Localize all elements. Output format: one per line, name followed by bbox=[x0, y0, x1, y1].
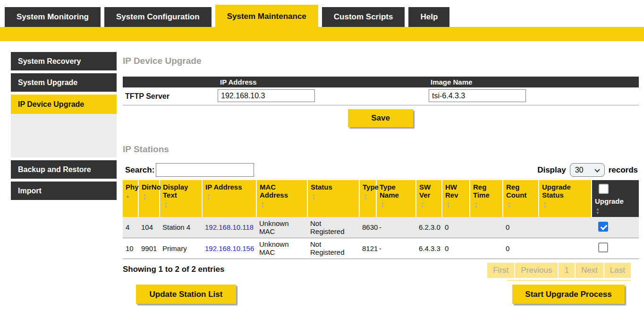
display-records-control: Display 30 records bbox=[537, 163, 638, 177]
cell-hw-rev: 0 bbox=[442, 238, 470, 259]
sort-icon: ▲▼ bbox=[163, 201, 169, 209]
column-header-reg-count[interactable]: Reg Count ▲▼ bbox=[503, 180, 539, 217]
cell-status: Not Registered bbox=[307, 238, 359, 259]
pagination-next-button[interactable]: Next bbox=[576, 263, 603, 278]
table-row: 10 9901 Primary 192.168.10.156 Unknown M… bbox=[123, 238, 639, 259]
station-ip-link[interactable]: 192.168.10.118 bbox=[205, 223, 254, 231]
column-header-status[interactable]: Status ▲▼ bbox=[307, 180, 359, 217]
cell-type: 8630 bbox=[359, 217, 376, 238]
sidebar: System Recovery System Upgrade IP Device… bbox=[11, 52, 117, 203]
column-header-upgrade[interactable]: Upgrade ▲▼ bbox=[592, 180, 639, 217]
cell-mac-address: Unknown MAC bbox=[256, 238, 307, 259]
pagination-previous-button[interactable]: Previous bbox=[515, 263, 558, 278]
sort-icon: ▲▼ bbox=[595, 208, 601, 215]
column-label: MAC Address bbox=[260, 183, 288, 199]
pagination-underline bbox=[507, 280, 631, 281]
records-label: records bbox=[609, 165, 638, 175]
column-label: IP Address bbox=[205, 183, 242, 191]
sort-icon: ▲▼ bbox=[506, 201, 512, 209]
main-content: IP Device Upgrade IP Address Image Name … bbox=[123, 0, 639, 312]
column-label: Upgrade Status bbox=[542, 183, 571, 199]
sidebar-item-backup-and-restore[interactable]: Backup and Restore bbox=[11, 160, 117, 179]
update-station-list-button[interactable]: Update Station List bbox=[136, 285, 236, 304]
sort-icon: ▲▼ bbox=[205, 193, 211, 201]
upgrade-checkbox[interactable] bbox=[598, 222, 608, 232]
column-label: Reg Count bbox=[506, 183, 526, 199]
column-header-reg-time[interactable]: Reg Time ▲▼ bbox=[470, 180, 503, 217]
cell-reg-time bbox=[470, 238, 503, 259]
column-header-phy[interactable]: Phy ▲ bbox=[123, 180, 138, 217]
sidebar-item-system-upgrade[interactable]: System Upgrade bbox=[11, 73, 117, 92]
pagination-last-button[interactable]: Last bbox=[604, 263, 631, 278]
tftp-ip-address-input[interactable] bbox=[218, 89, 315, 102]
cell-sw-ver: 6.4.3.3 bbox=[416, 238, 442, 259]
sort-asc-icon: ▲ bbox=[126, 194, 136, 199]
search-input[interactable] bbox=[156, 163, 254, 177]
cell-mac-address: Unknown MAC bbox=[256, 217, 307, 238]
column-header-hw-rev[interactable]: HW Rev ▲▼ bbox=[442, 180, 470, 217]
column-label: Reg Time bbox=[473, 183, 490, 199]
sidebar-item-ip-device-upgrade[interactable]: IP Device Upgrade bbox=[11, 95, 117, 114]
cell-type-name: - bbox=[376, 217, 416, 238]
column-header-sw-ver[interactable]: SW Ver ▲▼ bbox=[416, 180, 442, 217]
column-header-type[interactable]: Type ▲▼ bbox=[359, 180, 376, 217]
sort-icon: ▲▼ bbox=[473, 201, 479, 209]
column-header-type-name[interactable]: Type Name ▲▼ bbox=[376, 180, 416, 217]
column-label: HW Rev bbox=[445, 183, 458, 199]
sidebar-filler bbox=[11, 114, 117, 157]
cell-reg-count: 0 bbox=[503, 217, 539, 238]
tftp-table-bottom-border bbox=[123, 105, 639, 105]
column-label: SW Ver bbox=[419, 183, 431, 199]
column-header-ip-address[interactable]: IP Address ▲▼ bbox=[202, 180, 256, 217]
cell-reg-count: 0 bbox=[503, 238, 539, 259]
table-row: 4 104 Station 4 192.168.10.118 Unknown M… bbox=[123, 217, 639, 238]
column-label: Upgrade bbox=[595, 197, 636, 205]
stations-header-row: Phy ▲ DirNo ▲▼ Display Text ▲▼ IP Addres… bbox=[123, 180, 639, 217]
cell-upgrade-status bbox=[539, 238, 592, 259]
cell-display-text: Station 4 bbox=[160, 217, 202, 238]
column-header-display-text[interactable]: Display Text ▲▼ bbox=[160, 180, 202, 217]
column-label: DirNo bbox=[142, 183, 161, 191]
select-all-upgrade-checkbox[interactable] bbox=[599, 184, 609, 194]
cell-status: Not Registered bbox=[307, 217, 359, 238]
tftp-server-label: TFTP Server bbox=[125, 92, 169, 101]
cell-type: 8121 bbox=[359, 238, 376, 259]
tftp-ip-address-header: IP Address bbox=[220, 78, 257, 86]
sort-icon: ▲▼ bbox=[542, 201, 548, 209]
tftp-image-name-header: Image Name bbox=[431, 78, 472, 86]
pagination-page-1-button[interactable]: 1 bbox=[559, 263, 574, 278]
upgrade-checkbox[interactable] bbox=[598, 243, 608, 252]
tab-system-monitoring[interactable]: System Monitoring bbox=[5, 7, 101, 27]
cell-upgrade-status bbox=[539, 217, 592, 238]
cell-reg-time bbox=[470, 217, 503, 238]
column-header-upgrade-status[interactable]: Upgrade Status ▲▼ bbox=[539, 180, 592, 217]
column-header-dirno[interactable]: DirNo ▲▼ bbox=[138, 180, 160, 217]
cell-phy: 4 bbox=[123, 217, 138, 238]
tftp-image-name-input[interactable] bbox=[429, 89, 526, 102]
cell-hw-rev: 0 bbox=[442, 217, 470, 238]
cell-dirno: 104 bbox=[138, 217, 160, 238]
sort-icon: ▲▼ bbox=[380, 201, 385, 209]
sort-icon: ▲▼ bbox=[363, 193, 368, 201]
station-ip-link[interactable]: 192.168.10.156 bbox=[205, 244, 254, 252]
display-records-value: 30 bbox=[575, 166, 584, 174]
start-upgrade-process-button[interactable]: Start Upgrade Process bbox=[512, 285, 625, 304]
sort-icon: ▲▼ bbox=[311, 193, 316, 201]
search-label: Search: bbox=[125, 165, 154, 175]
cell-type-name: - bbox=[376, 238, 416, 259]
ip-device-upgrade-page: System Monitoring System Configuration S… bbox=[0, 0, 644, 312]
column-label: Status bbox=[311, 183, 332, 191]
sidebar-item-import[interactable]: Import bbox=[11, 182, 117, 200]
display-records-select[interactable]: 30 bbox=[570, 163, 605, 177]
display-label: Display bbox=[537, 165, 566, 175]
tftp-table-header: IP Address Image Name bbox=[123, 77, 639, 87]
column-label: Display Text bbox=[163, 183, 188, 199]
pagination-first-button[interactable]: First bbox=[487, 263, 514, 278]
column-label: Type Name bbox=[380, 183, 399, 199]
sidebar-item-system-recovery[interactable]: System Recovery bbox=[11, 52, 117, 70]
cell-dirno: 9901 bbox=[138, 238, 160, 259]
column-header-mac-address[interactable]: MAC Address ▲▼ bbox=[256, 180, 307, 217]
sort-icon: ▲▼ bbox=[142, 193, 147, 201]
entries-summary: Showing 1 to 2 of 2 entries bbox=[123, 265, 224, 274]
save-button[interactable]: Save bbox=[348, 109, 413, 127]
